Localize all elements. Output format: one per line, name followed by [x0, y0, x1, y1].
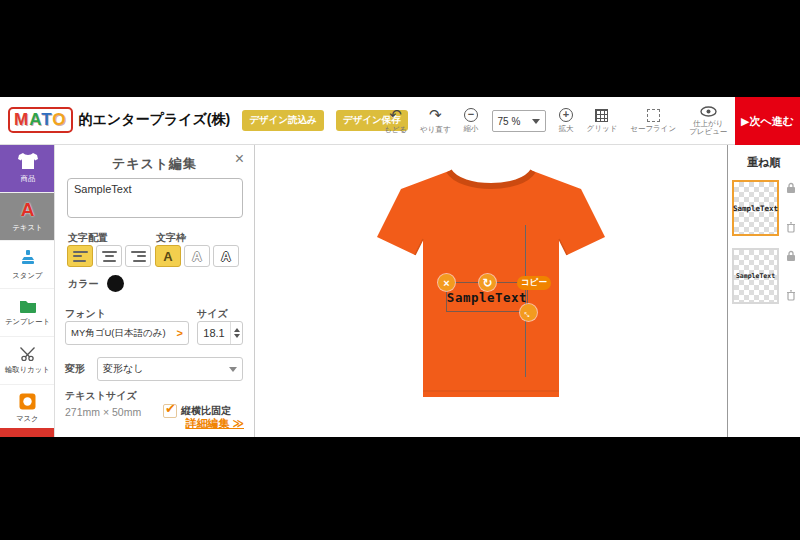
zoom-out-icon: − [464, 108, 478, 122]
chevron-down-icon [229, 367, 237, 372]
size-stepper[interactable]: 18.1 [197, 321, 243, 345]
sidebar-label-mask: マスク [16, 413, 39, 423]
zoom-level-value: 75 % [498, 116, 521, 127]
logo-letter-o: O [52, 110, 66, 129]
logo-letter-t: T [41, 110, 52, 129]
scale-handle[interactable]: ↔ [520, 304, 537, 321]
panel-title: テキスト編集 [55, 155, 254, 173]
undo-label: もどる [384, 126, 407, 134]
canvas-toolbar: ↶ もどる ↷ やり直す − 縮小 75 % + 拡大 [384, 97, 727, 145]
size-spin-buttons[interactable] [230, 322, 242, 344]
text-edit-panel: テキスト編集 × SampleText 文字配置 文字枠 [55, 145, 255, 437]
mask-icon [19, 393, 36, 410]
rotate-handle[interactable]: ↻ [479, 274, 496, 291]
checkbox-icon: ✔ [163, 404, 177, 418]
header-bar: MATO 的エンタープライズ(株) デザイン読込み デザイン保存 ↶ もどる ↷… [0, 97, 800, 145]
zoom-level-select[interactable]: 75 % [492, 110, 546, 132]
tshirt-icon [18, 153, 38, 170]
design-canvas[interactable]: SampleText × ↻ コピー ↔ [255, 145, 727, 437]
sidebar-label-product: 商品 [20, 173, 35, 183]
sidebar-label-text: テキスト [12, 222, 42, 232]
zoom-in-label: 拡大 [559, 125, 574, 133]
sidebar-item-mask[interactable]: マスク [0, 385, 55, 433]
folder-icon [19, 299, 37, 313]
transform-select[interactable]: 変形なし [97, 357, 243, 381]
textsize-value: 271mm × 50mm [65, 406, 141, 418]
sidebar-item-outline-cut[interactable]: 輪取りカット [0, 337, 55, 385]
scissors-icon [20, 346, 36, 361]
layer-item-2[interactable]: SampleText [732, 248, 779, 304]
undo-icon: ↶ [389, 108, 402, 123]
brand-area: MATO 的エンタープライズ(株) デザイン読込み デザイン保存 [8, 107, 408, 133]
sidebar-item-product[interactable]: 商品 [0, 145, 55, 193]
logo-letter-m: M [14, 110, 29, 129]
sidebar-item-partial[interactable] [0, 428, 55, 437]
close-icon[interactable]: × [235, 151, 244, 167]
frame-outline-icon: A [192, 249, 201, 264]
zoom-out-button[interactable]: − 縮小 [464, 108, 479, 133]
sidebar-label-outline-cut: 輪取りカット [5, 364, 50, 374]
color-label: カラー [68, 277, 98, 291]
preview-label: 仕上がり プレビュー [689, 120, 727, 137]
align-button-group [67, 245, 151, 267]
sidebar-item-text[interactable]: A テキスト [0, 193, 55, 241]
spin-up-icon [234, 328, 240, 332]
company-name: 的エンタープライズ(株) [79, 111, 231, 129]
frame-button-group: A A A [155, 245, 239, 267]
design-load-button[interactable]: デザイン読込み [242, 110, 324, 131]
layer-item-1[interactable]: SampleText [732, 180, 779, 236]
text-content-input[interactable]: SampleText [67, 178, 243, 218]
textsize-label: テキストサイズ [65, 389, 137, 403]
sidebar-item-stamp[interactable]: スタンプ [0, 241, 55, 289]
scale-icon: ↔ [520, 304, 536, 320]
redo-icon: ↷ [429, 108, 442, 123]
frame-bold-outline-button[interactable]: A [213, 245, 239, 267]
copy-handle[interactable]: コピー [517, 276, 551, 290]
sidebar-label-template: テンプレート [5, 316, 50, 326]
logo-letter-a: A [29, 110, 41, 129]
safeline-toggle-button[interactable]: セーフライン [630, 109, 676, 133]
size-value: 18.1 [198, 327, 230, 339]
text-tool-icon: A [21, 201, 35, 219]
lock-icon[interactable] [785, 182, 797, 194]
zoom-in-button[interactable]: + 拡大 [559, 108, 574, 133]
next-step-button[interactable]: ▶次へ進む [735, 97, 800, 145]
align-center-button[interactable] [96, 245, 122, 267]
frame-outline-button[interactable]: A [184, 245, 210, 267]
layer-2-text: SampleText [736, 272, 775, 280]
undo-button[interactable]: ↶ もどる [384, 108, 407, 134]
transform-label: 変形 [65, 362, 85, 376]
trash-icon[interactable] [785, 289, 797, 301]
zoom-in-icon: + [559, 108, 573, 122]
align-right-icon [131, 251, 146, 262]
size-label: サイズ [197, 307, 228, 321]
trash-icon[interactable] [785, 221, 797, 233]
safeline-label: セーフライン [630, 125, 676, 133]
grid-icon [595, 109, 608, 122]
preview-button[interactable]: 仕上がり プレビュー [689, 106, 727, 137]
sidebar-item-template[interactable]: テンプレート [0, 289, 55, 337]
frame-none-button[interactable]: A [155, 245, 181, 267]
transform-select-value: 変形なし [103, 362, 143, 376]
color-swatch[interactable] [107, 275, 124, 292]
chevron-right-icon: > [177, 327, 183, 339]
chevron-down-icon [532, 119, 540, 124]
delete-handle[interactable]: × [438, 274, 455, 291]
detail-edit-link[interactable]: 詳細編集 ≫ [185, 416, 244, 431]
align-group-label: 文字配置 [68, 231, 108, 245]
font-select-value: MY角ゴU(日本語のみ) [71, 327, 166, 340]
content-area: 商品 A テキスト スタンプ [0, 145, 800, 437]
redo-label: やり直す [420, 126, 451, 134]
grid-toggle-button[interactable]: グリッド [587, 109, 618, 133]
stamp-icon [19, 249, 37, 267]
layers-panel: 重ね順 SampleText SampleText [727, 145, 800, 437]
lock-icon[interactable] [785, 250, 797, 262]
align-left-button[interactable] [67, 245, 93, 267]
redo-button[interactable]: ↷ やり直す [420, 108, 451, 134]
align-center-icon [102, 251, 117, 262]
preview-label-bottom: プレビュー [689, 128, 727, 136]
grid-label: グリッド [587, 125, 618, 133]
frame-bold-outline-icon: A [221, 249, 230, 264]
align-right-button[interactable] [125, 245, 151, 267]
font-select[interactable]: MY角ゴU(日本語のみ) > [65, 321, 189, 345]
